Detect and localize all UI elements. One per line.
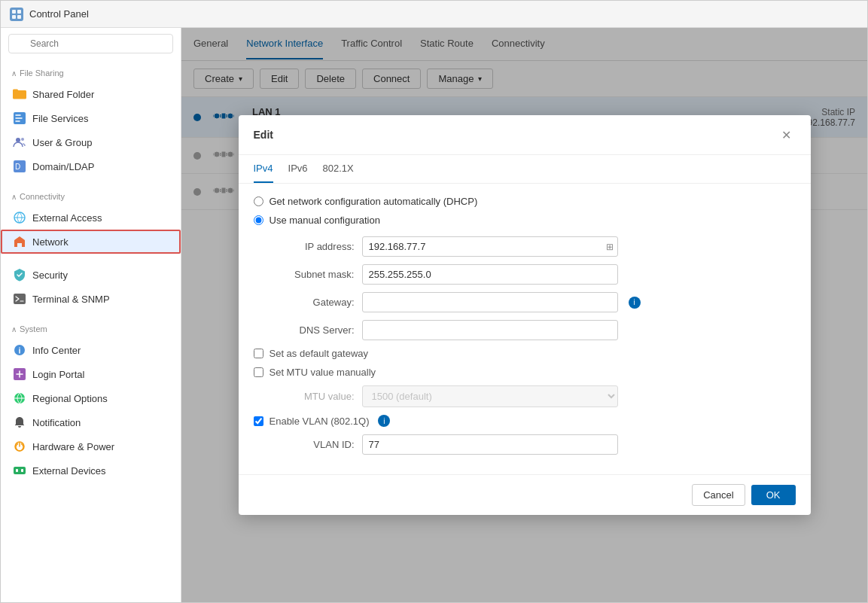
modal-tab-ipv4[interactable]: IPv4 xyxy=(254,155,273,183)
sidebar-item-security[interactable]: Security xyxy=(1,263,181,287)
ip-address-wrap: ⊞ xyxy=(362,236,618,257)
modal-overlay: Edit ✕ IPv4 IPv6 802.1X xyxy=(181,28,867,602)
sidebar-item-notification[interactable]: Notification xyxy=(1,410,181,434)
dns-server-input[interactable] xyxy=(362,320,618,340)
file-sharing-header[interactable]: ∧ File Sharing xyxy=(1,64,181,82)
ip-address-input[interactable] xyxy=(362,236,618,257)
svg-rect-0 xyxy=(12,10,16,14)
vlan-section: Enable VLAN (802.1Q) i VLAN ID: xyxy=(254,415,796,455)
modal-title: Edit xyxy=(254,129,273,141)
svg-rect-16 xyxy=(16,469,18,472)
notification-icon xyxy=(13,416,26,429)
domain-icon: D xyxy=(13,160,26,173)
svg-rect-10 xyxy=(14,294,26,304)
hardware-power-label: Hardware & Power xyxy=(32,441,114,452)
sidebar-item-regional-options[interactable]: Regional Options xyxy=(1,386,181,410)
sidebar-item-file-services[interactable]: File Services xyxy=(1,106,181,130)
info-center-icon xyxy=(13,343,26,357)
svg-rect-17 xyxy=(21,469,23,472)
app-window: Control Panel 🔍 ∧ File Sharing xyxy=(0,0,868,603)
search-wrap: 🔍 xyxy=(8,34,173,53)
mtu-manual-label: Set MTU value manually xyxy=(270,367,376,378)
manual-label: Use manual configuration xyxy=(270,215,380,226)
search-input[interactable] xyxy=(8,34,173,53)
svg-point-5 xyxy=(16,138,20,142)
sidebar-item-network[interactable]: Network xyxy=(1,230,181,254)
vlan-id-row: VLAN ID: xyxy=(272,434,796,455)
mtu-manual-row: Set MTU value manually xyxy=(254,367,796,378)
vlan-row: Enable VLAN (802.1Q) i xyxy=(254,415,796,427)
subnet-mask-label: Subnet mask: xyxy=(272,269,355,280)
system-header[interactable]: ∧ System xyxy=(1,320,181,338)
svg-rect-3 xyxy=(17,15,21,19)
login-portal-icon xyxy=(13,367,26,381)
gateway-label: Gateway: xyxy=(272,297,355,308)
terminal-icon xyxy=(13,292,26,306)
gateway-row: Gateway: i xyxy=(272,292,796,312)
network-label: Network xyxy=(32,236,69,248)
default-gateway-row: Set as default gateway xyxy=(254,348,796,359)
network-icon xyxy=(13,235,26,248)
regional-options-icon xyxy=(13,391,26,405)
external-access-icon xyxy=(13,211,26,224)
connectivity-header[interactable]: ∧ Connectivity xyxy=(1,187,181,206)
sidebar-item-login-portal[interactable]: Login Portal xyxy=(1,362,181,386)
manual-radio-row: Use manual configuration xyxy=(254,215,796,226)
copy-icon[interactable]: ⊞ xyxy=(606,242,614,252)
manual-radio[interactable] xyxy=(254,215,263,225)
modal-tabs: IPv4 IPv6 802.1X xyxy=(239,155,811,184)
search-area: 🔍 xyxy=(1,28,181,59)
login-portal-label: Login Portal xyxy=(32,369,84,380)
checkbox-section: Set as default gateway Set MTU value man… xyxy=(254,348,796,407)
file-services-label: File Services xyxy=(32,113,88,124)
mtu-manual-checkbox[interactable] xyxy=(254,367,263,377)
main-area: 🔍 ∧ File Sharing Shared Folder xyxy=(1,28,867,602)
vlan-enable-checkbox[interactable] xyxy=(254,416,263,426)
notification-label: Notification xyxy=(32,417,81,428)
default-gateway-label: Set as default gateway xyxy=(270,348,369,359)
sidebar-item-domain-ldap[interactable]: D Domain/LDAP xyxy=(1,154,181,178)
modal-tab-8021x[interactable]: 802.1X xyxy=(323,155,354,183)
vlan-id-label: VLAN ID: xyxy=(272,439,355,450)
modal-close-button[interactable]: ✕ xyxy=(778,126,796,144)
sidebar-item-external-access[interactable]: External Access xyxy=(1,206,181,230)
sidebar-item-user-group[interactable]: User & Group xyxy=(1,130,181,154)
security-icon xyxy=(13,268,26,282)
subnet-mask-input[interactable] xyxy=(362,264,618,285)
external-access-label: External Access xyxy=(32,212,102,224)
ok-button[interactable]: OK xyxy=(751,485,796,505)
subnet-mask-row: Subnet mask: xyxy=(272,264,796,285)
sidebar-item-shared-folder[interactable]: Shared Folder xyxy=(1,82,181,106)
gateway-info-icon[interactable]: i xyxy=(629,297,641,309)
security-section: Security Terminal & SNMP xyxy=(1,258,181,315)
default-gateway-checkbox[interactable] xyxy=(254,349,263,358)
svg-rect-15 xyxy=(14,467,26,474)
modal-tab-ipv6[interactable]: IPv6 xyxy=(288,155,308,183)
dns-server-label: DNS Server: xyxy=(272,324,355,336)
vlan-id-wrap xyxy=(362,434,618,455)
file-services-icon xyxy=(13,111,26,125)
mtu-value-select[interactable]: 1500 (default) xyxy=(362,385,618,407)
sidebar-item-external-devices[interactable]: External Devices xyxy=(1,458,181,483)
gateway-wrap xyxy=(362,292,618,312)
ip-address-label: IP address: xyxy=(272,241,355,252)
user-group-icon xyxy=(13,136,26,149)
vlan-info-icon[interactable]: i xyxy=(378,415,390,427)
chevron-down-icon: ∧ xyxy=(11,69,17,78)
dhcp-radio[interactable] xyxy=(254,196,263,206)
sidebar-item-terminal-snmp[interactable]: Terminal & SNMP xyxy=(1,287,181,311)
sidebar-item-hardware-power[interactable]: Hardware & Power xyxy=(1,434,181,458)
external-devices-icon xyxy=(13,464,26,477)
sidebar: 🔍 ∧ File Sharing Shared Folder xyxy=(1,28,181,602)
cancel-button[interactable]: Cancel xyxy=(692,484,745,506)
svg-point-6 xyxy=(21,138,24,141)
network-config-group: Get network configuration automatically … xyxy=(254,196,796,226)
modal-body: Get network configuration automatically … xyxy=(239,184,811,474)
file-sharing-section: ∧ File Sharing Shared Folder xyxy=(1,59,181,183)
chevron-down-icon: ∧ xyxy=(11,193,17,201)
subnet-mask-wrap xyxy=(362,264,618,285)
gateway-input[interactable] xyxy=(362,292,618,312)
sidebar-item-info-center[interactable]: Info Center xyxy=(1,338,181,362)
vlan-id-input[interactable] xyxy=(362,434,618,455)
shared-folder-label: Shared Folder xyxy=(32,89,94,100)
